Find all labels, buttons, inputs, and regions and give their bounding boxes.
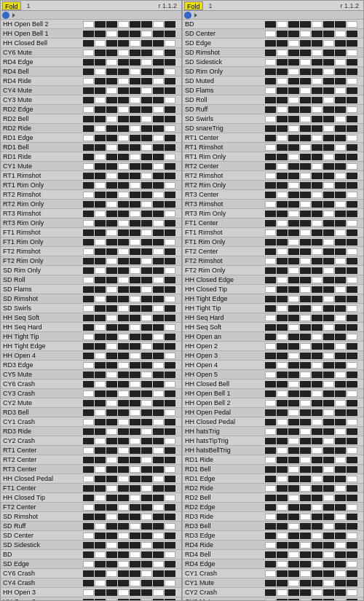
list-item[interactable]: SD Muted: [183, 76, 363, 86]
list-item[interactable]: FT2 Center: [183, 247, 363, 256]
list-item[interactable]: FT1 Center: [1, 484, 181, 493]
list-item[interactable]: SD Edge: [183, 39, 363, 48]
list-item[interactable]: SD Edge: [1, 559, 181, 569]
list-item[interactable]: HH Open 5: [183, 370, 363, 380]
list-item[interactable]: FT2 Rimshot: [1, 247, 181, 256]
list-item[interactable]: RD4 Bell: [1, 67, 181, 76]
list-item[interactable]: HH Open 4: [183, 361, 363, 370]
list-item[interactable]: SD Swirls: [183, 114, 363, 124]
list-item[interactable]: CY4 Crash: [1, 578, 181, 588]
list-item[interactable]: RD1 Ride: [183, 455, 363, 465]
list-item[interactable]: HH Open Bell 2: [1, 20, 181, 29]
list-item[interactable]: RT2 Rimshot: [183, 171, 363, 181]
list-item[interactable]: FT2 Rim Only: [183, 266, 363, 275]
list-item[interactable]: RT2 Rim Only: [183, 181, 363, 190]
list-item[interactable]: RD2 Edge: [1, 105, 181, 114]
list-item[interactable]: HH Open Bell 1: [1, 29, 181, 39]
list-item[interactable]: HH Closed Bell: [183, 380, 363, 389]
list-item[interactable]: CY2 Crash: [1, 436, 181, 446]
list-item[interactable]: RT1 Rimshot: [183, 143, 363, 152]
list-item[interactable]: HH Open 3: [1, 588, 181, 597]
list-item[interactable]: RT3 Rimshot: [183, 200, 363, 209]
list-item[interactable]: FT2 Rimshot: [183, 256, 363, 266]
list-item[interactable]: RD1 Bell: [183, 465, 363, 474]
list-item[interactable]: HH Open Bell 2: [183, 398, 363, 408]
list-item[interactable]: RD1 Edge: [183, 474, 363, 484]
list-item[interactable]: FT2 Rim Only: [1, 256, 181, 266]
list-item[interactable]: RD3 Bell: [183, 522, 363, 531]
right-list[interactable]: BDSD CenterSD EdgeSD RimshotSD Sidestick…: [183, 20, 363, 600]
list-item[interactable]: FT1 Rim Only: [1, 237, 181, 247]
list-item[interactable]: RD4 Ride: [1, 76, 181, 86]
list-item[interactable]: RT2 Rim Only: [1, 200, 181, 209]
list-item[interactable]: RT3 Center: [1, 465, 181, 474]
list-item[interactable]: HH Tight Tip: [183, 304, 363, 313]
list-item[interactable]: SD Swirls: [1, 304, 181, 313]
list-item[interactable]: SD Rim Only: [1, 266, 181, 275]
list-item[interactable]: RT1 Rim Only: [1, 181, 181, 190]
list-item[interactable]: RD4 Bell: [183, 550, 363, 559]
list-item[interactable]: HH hatsTrig: [183, 427, 363, 436]
list-item[interactable]: RD4 Edge: [183, 559, 363, 569]
list-item[interactable]: BD: [1, 550, 181, 559]
list-item[interactable]: RT1 Center: [183, 133, 363, 143]
list-item[interactable]: RD1 Ride: [1, 152, 181, 162]
list-item[interactable]: HH Tight Edge: [183, 294, 363, 304]
list-item[interactable]: RD1 Edge: [1, 133, 181, 143]
list-item[interactable]: HH Open Bell 1: [183, 389, 363, 398]
list-item[interactable]: FT1 Rimshot: [183, 228, 363, 237]
right-fold-button[interactable]: Fold: [184, 1, 203, 10]
list-item[interactable]: RD3 Bell: [1, 408, 181, 417]
list-item[interactable]: RD3 Edge: [183, 531, 363, 541]
list-item[interactable]: SD Center: [1, 531, 181, 541]
list-item[interactable]: RD4 Edge: [1, 58, 181, 67]
list-item[interactable]: SD Rimshot: [183, 48, 363, 58]
list-item[interactable]: HH Closed Pedal: [183, 417, 363, 427]
list-item[interactable]: RT1 Center: [1, 446, 181, 455]
list-item[interactable]: SD Rim Only: [183, 67, 363, 76]
list-item[interactable]: HH Open an: [183, 332, 363, 342]
list-item[interactable]: RT2 Center: [183, 162, 363, 171]
list-item[interactable]: HH hatsBellTrig: [183, 446, 363, 455]
list-item[interactable]: HH Closed Tip: [183, 285, 363, 294]
list-item[interactable]: RT3 Rimshot: [1, 209, 181, 219]
list-item[interactable]: FT1 Rim Only: [183, 237, 363, 247]
list-item[interactable]: HH Seq Soft: [183, 323, 363, 332]
list-item[interactable]: RD2 Edge: [183, 503, 363, 512]
list-item[interactable]: RD2 Bell: [183, 493, 363, 503]
list-item[interactable]: CY6 Crash: [1, 380, 181, 389]
list-item[interactable]: SD Rimshot: [1, 294, 181, 304]
list-item[interactable]: HH Seq Hard: [1, 323, 181, 332]
list-item[interactable]: RD2 Bell: [1, 114, 181, 124]
list-item[interactable]: RD3 Edge: [1, 361, 181, 370]
list-item[interactable]: HH Open 4: [1, 351, 181, 361]
list-item[interactable]: CY6 Mute: [1, 48, 181, 58]
list-item[interactable]: RT2 Center: [1, 455, 181, 465]
list-item[interactable]: HH Tight Tip: [1, 332, 181, 342]
list-item[interactable]: SD Roll: [183, 95, 363, 105]
list-item[interactable]: RD4 Ride: [183, 541, 363, 550]
list-item[interactable]: SD Ruff: [183, 105, 363, 114]
list-item[interactable]: SD Center: [183, 29, 363, 39]
left-fold-button[interactable]: Fold: [2, 1, 21, 10]
list-item[interactable]: HH Closed Edge: [183, 275, 363, 285]
list-item[interactable]: HH Closed Tip: [1, 493, 181, 503]
left-list[interactable]: HH Open Bell 2HH Open Bell 1HH Closed Be…: [1, 20, 181, 600]
list-item[interactable]: CY3 Crash: [1, 389, 181, 398]
list-item[interactable]: HH Seq Hard: [183, 313, 363, 323]
list-item[interactable]: CY1 Crash: [1, 417, 181, 427]
list-item[interactable]: CY2 Mute: [1, 398, 181, 408]
list-item[interactable]: RT2 Rimshot: [1, 190, 181, 200]
list-item[interactable]: FT1 Rimshot: [1, 228, 181, 237]
list-item[interactable]: SD Roll: [1, 275, 181, 285]
list-item[interactable]: BD: [183, 20, 363, 29]
list-item[interactable]: RT3 Rim Only: [183, 209, 363, 219]
list-item[interactable]: CY2 Mute: [183, 597, 363, 600]
list-item[interactable]: RD2 Ride: [1, 124, 181, 133]
list-item[interactable]: RD3 Ride: [1, 427, 181, 436]
list-item[interactable]: SD Flams: [183, 86, 363, 95]
list-item[interactable]: RD1 Bell: [1, 143, 181, 152]
list-item[interactable]: CY1 Mute: [1, 162, 181, 171]
list-item[interactable]: HH Seq Soft: [1, 313, 181, 323]
list-item[interactable]: SD snareTrig: [183, 124, 363, 133]
